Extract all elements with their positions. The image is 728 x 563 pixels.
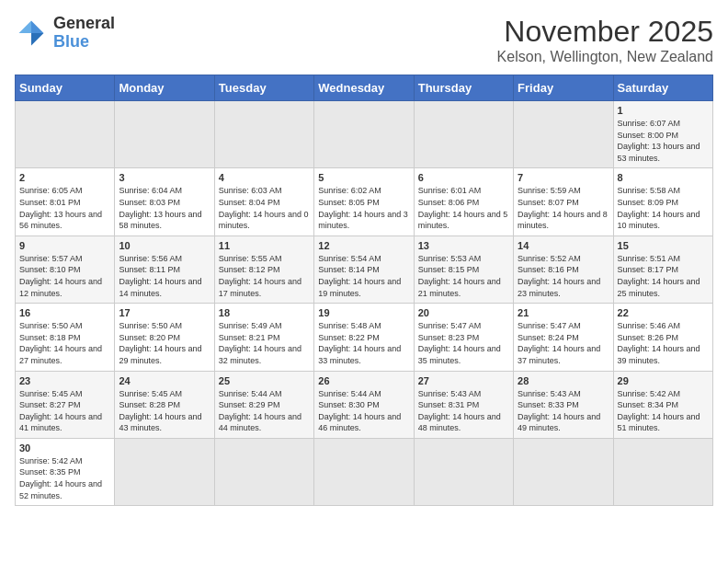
weekday-header-row: SundayMondayTuesdayWednesdayThursdayFrid… [16,75,713,101]
calendar-cell: 23Sunrise: 5:45 AM Sunset: 8:27 PM Dayli… [16,371,115,438]
day-number: 30 [19,442,110,454]
calendar-title: November 2025 [497,15,713,49]
calendar-table: SundayMondayTuesdayWednesdayThursdayFrid… [15,75,713,506]
calendar-week-row: 2Sunrise: 6:05 AM Sunset: 8:01 PM Daylig… [16,168,713,236]
weekday-header-tuesday: Tuesday [214,75,313,101]
calendar-cell [414,438,513,505]
calendar-cell: 20Sunrise: 5:47 AM Sunset: 8:23 PM Dayli… [414,304,513,371]
weekday-header-thursday: Thursday [414,75,513,101]
calendar-week-row: 9Sunrise: 5:57 AM Sunset: 8:10 PM Daylig… [16,236,713,303]
day-info: Sunrise: 5:58 AM Sunset: 8:09 PM Dayligh… [618,185,709,231]
day-info: Sunrise: 6:05 AM Sunset: 8:01 PM Dayligh… [19,185,110,231]
calendar-week-row: 16Sunrise: 5:50 AM Sunset: 8:18 PM Dayli… [16,304,713,371]
header: GeneralBlue November 2025 Kelson, Wellin… [15,15,713,65]
calendar-cell [314,101,414,168]
day-info: Sunrise: 5:47 AM Sunset: 8:24 PM Dayligh… [518,320,609,366]
day-info: Sunrise: 5:47 AM Sunset: 8:23 PM Dayligh… [418,320,509,366]
day-number: 12 [318,240,409,251]
svg-marker-2 [19,20,32,33]
calendar-cell: 26Sunrise: 5:44 AM Sunset: 8:30 PM Dayli… [314,371,414,438]
calendar-cell: 2Sunrise: 6:05 AM Sunset: 8:01 PM Daylig… [16,168,115,236]
calendar-cell: 18Sunrise: 5:49 AM Sunset: 8:21 PM Dayli… [214,304,313,371]
calendar-cell: 29Sunrise: 5:42 AM Sunset: 8:34 PM Dayli… [613,371,712,438]
calendar-cell: 8Sunrise: 5:58 AM Sunset: 8:09 PM Daylig… [613,168,712,236]
calendar-cell [514,438,613,505]
weekday-header-sunday: Sunday [16,75,115,101]
day-number: 25 [219,375,310,386]
day-info: Sunrise: 5:42 AM Sunset: 8:34 PM Dayligh… [618,388,709,434]
calendar-cell [214,438,313,505]
calendar-week-row: 1Sunrise: 6:07 AM Sunset: 8:00 PM Daylig… [16,101,713,168]
calendar-cell: 19Sunrise: 5:48 AM Sunset: 8:22 PM Dayli… [314,304,414,371]
day-info: Sunrise: 5:43 AM Sunset: 8:33 PM Dayligh… [518,388,609,434]
day-number: 14 [518,240,609,251]
day-number: 11 [219,240,310,251]
day-number: 24 [119,375,210,386]
calendar-cell: 10Sunrise: 5:56 AM Sunset: 8:11 PM Dayli… [115,236,214,303]
calendar-cell: 30Sunrise: 5:42 AM Sunset: 8:35 PM Dayli… [16,438,115,505]
calendar-cell [16,101,115,168]
calendar-cell [613,438,712,505]
day-info: Sunrise: 5:44 AM Sunset: 8:29 PM Dayligh… [219,388,310,434]
svg-marker-0 [31,20,44,33]
calendar-cell [214,101,313,168]
calendar-cell [115,101,214,168]
day-info: Sunrise: 5:53 AM Sunset: 8:15 PM Dayligh… [418,253,509,299]
logo-icon [15,17,48,50]
day-number: 22 [618,307,709,318]
day-info: Sunrise: 5:48 AM Sunset: 8:22 PM Dayligh… [318,320,409,366]
day-info: Sunrise: 5:51 AM Sunset: 8:17 PM Dayligh… [618,253,709,299]
day-number: 16 [19,307,110,318]
day-info: Sunrise: 5:52 AM Sunset: 8:16 PM Dayligh… [518,253,609,299]
day-info: Sunrise: 5:42 AM Sunset: 8:35 PM Dayligh… [19,455,110,501]
calendar-cell [115,438,214,505]
day-number: 26 [318,375,409,386]
calendar-cell: 4Sunrise: 6:03 AM Sunset: 8:04 PM Daylig… [214,168,313,236]
calendar-cell: 27Sunrise: 5:43 AM Sunset: 8:31 PM Dayli… [414,371,513,438]
day-number: 6 [418,172,509,183]
calendar-cell [314,438,414,505]
day-number: 7 [518,172,609,183]
day-number: 4 [219,172,310,183]
day-number: 29 [618,375,709,386]
weekday-header-friday: Friday [514,75,613,101]
day-info: Sunrise: 5:45 AM Sunset: 8:27 PM Dayligh… [19,388,110,434]
calendar-cell [514,101,613,168]
calendar-cell: 21Sunrise: 5:47 AM Sunset: 8:24 PM Dayli… [514,304,613,371]
day-info: Sunrise: 5:59 AM Sunset: 8:07 PM Dayligh… [518,185,609,231]
calendar-cell: 12Sunrise: 5:54 AM Sunset: 8:14 PM Dayli… [314,236,414,303]
calendar-week-row: 30Sunrise: 5:42 AM Sunset: 8:35 PM Dayli… [16,438,713,505]
calendar-cell: 13Sunrise: 5:53 AM Sunset: 8:15 PM Dayli… [414,236,513,303]
weekday-header-saturday: Saturday [613,75,712,101]
calendar-week-row: 23Sunrise: 5:45 AM Sunset: 8:27 PM Dayli… [16,371,713,438]
weekday-header-wednesday: Wednesday [314,75,414,101]
calendar-cell: 25Sunrise: 5:44 AM Sunset: 8:29 PM Dayli… [214,371,313,438]
day-number: 20 [418,307,509,318]
day-info: Sunrise: 5:54 AM Sunset: 8:14 PM Dayligh… [318,253,409,299]
day-number: 2 [19,172,110,183]
day-info: Sunrise: 5:50 AM Sunset: 8:20 PM Dayligh… [119,320,210,366]
calendar-cell: 1Sunrise: 6:07 AM Sunset: 8:00 PM Daylig… [613,101,712,168]
day-number: 8 [618,172,709,183]
day-number: 18 [219,307,310,318]
day-info: Sunrise: 5:50 AM Sunset: 8:18 PM Dayligh… [19,320,110,366]
day-info: Sunrise: 6:04 AM Sunset: 8:03 PM Dayligh… [119,185,210,231]
day-number: 15 [618,240,709,251]
day-info: Sunrise: 6:03 AM Sunset: 8:04 PM Dayligh… [219,185,310,231]
day-number: 10 [119,240,210,251]
weekday-header-monday: Monday [115,75,214,101]
day-info: Sunrise: 6:01 AM Sunset: 8:06 PM Dayligh… [418,185,509,231]
day-info: Sunrise: 5:44 AM Sunset: 8:30 PM Dayligh… [318,388,409,434]
logo: GeneralBlue [15,15,115,52]
day-info: Sunrise: 5:49 AM Sunset: 8:21 PM Dayligh… [219,320,310,366]
day-info: Sunrise: 6:07 AM Sunset: 8:00 PM Dayligh… [618,118,709,164]
calendar-cell: 24Sunrise: 5:45 AM Sunset: 8:28 PM Dayli… [115,371,214,438]
title-section: November 2025 Kelson, Wellington, New Ze… [497,15,713,65]
logo-text: GeneralBlue [53,15,115,52]
day-number: 1 [618,105,709,116]
calendar-cell: 28Sunrise: 5:43 AM Sunset: 8:33 PM Dayli… [514,371,613,438]
calendar-subtitle: Kelson, Wellington, New Zealand [497,49,713,65]
calendar-cell: 3Sunrise: 6:04 AM Sunset: 8:03 PM Daylig… [115,168,214,236]
day-info: Sunrise: 5:55 AM Sunset: 8:12 PM Dayligh… [219,253,310,299]
calendar-cell: 11Sunrise: 5:55 AM Sunset: 8:12 PM Dayli… [214,236,313,303]
